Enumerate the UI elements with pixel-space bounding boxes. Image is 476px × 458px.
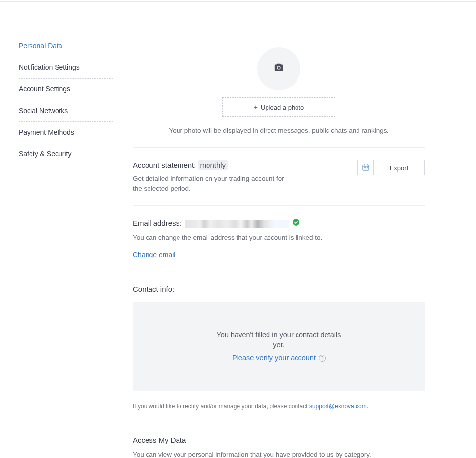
rectify-note-period: . bbox=[367, 403, 368, 410]
photo-section: + Upload a photo Your photo will be disp… bbox=[133, 35, 425, 147]
top-bar bbox=[0, 1, 476, 26]
contact-heading: Contact info: bbox=[133, 284, 425, 295]
help-icon: ? bbox=[319, 355, 326, 362]
verify-account-link-label: Please verify your account bbox=[232, 353, 316, 364]
sidebar-item-label: Payment Methods bbox=[19, 128, 74, 136]
rectify-note: If you would like to rectify and/or mana… bbox=[133, 402, 425, 411]
main-content: + Upload a photo Your photo will be disp… bbox=[113, 35, 476, 458]
sidebar-item-account-settings[interactable]: Account Settings bbox=[19, 79, 113, 100]
verified-icon bbox=[293, 218, 299, 229]
verify-account-link[interactable]: Please verify your account ? bbox=[232, 353, 326, 364]
camera-icon bbox=[273, 62, 284, 75]
statement-heading: Account statement: monthly bbox=[133, 160, 295, 171]
svg-point-11 bbox=[367, 169, 367, 169]
avatar-placeholder bbox=[257, 47, 300, 90]
email-heading: Email address: bbox=[133, 218, 425, 229]
upload-photo-label: Upload a photo bbox=[261, 104, 304, 111]
contact-empty-box: You haven't filled in your contact detai… bbox=[133, 302, 425, 391]
account-statement-section: Account statement: monthly Get detailed … bbox=[133, 147, 425, 205]
sidebar-item-payment-methods[interactable]: Payment Methods bbox=[19, 122, 113, 143]
access-heading: Access My Data bbox=[133, 435, 425, 446]
photo-note: Your photo will be displayed in direct m… bbox=[133, 126, 425, 136]
support-email-link[interactable]: support@exnova.com bbox=[309, 403, 367, 410]
email-heading-label: Email address: bbox=[133, 218, 181, 229]
svg-point-7 bbox=[365, 167, 366, 168]
upload-photo-button[interactable]: + Upload a photo bbox=[222, 97, 335, 117]
svg-point-12 bbox=[293, 219, 299, 226]
change-email-link[interactable]: Change email bbox=[133, 250, 175, 260]
svg-point-10 bbox=[365, 169, 366, 169]
sidebar-item-label: Personal Data bbox=[19, 42, 62, 50]
sidebar-item-personal-data[interactable]: Personal Data bbox=[19, 35, 113, 57]
plus-icon: + bbox=[254, 103, 258, 111]
export-group: Export bbox=[357, 160, 425, 175]
email-section: Email address: You can change the email … bbox=[133, 205, 425, 272]
calendar-button[interactable] bbox=[357, 160, 373, 175]
rectify-note-text: If you would like to rectify and/or mana… bbox=[133, 403, 309, 410]
svg-point-6 bbox=[364, 167, 364, 168]
sidebar-item-safety-security[interactable]: Safety & Security bbox=[19, 143, 113, 165]
svg-point-9 bbox=[364, 169, 364, 169]
export-button[interactable]: Export bbox=[373, 160, 425, 175]
contact-empty-text: You haven't filled in your contact detai… bbox=[210, 330, 348, 351]
statement-subtext: Get detailed information on your trading… bbox=[133, 174, 295, 194]
email-value-redacted bbox=[185, 220, 289, 228]
sidebar-item-label: Account Settings bbox=[19, 85, 70, 93]
svg-point-1 bbox=[278, 67, 280, 69]
contact-section: Contact info: You haven't filled in your… bbox=[133, 272, 425, 423]
sidebar-item-label: Social Networks bbox=[19, 107, 68, 114]
svg-point-8 bbox=[367, 167, 367, 168]
sidebar-item-notification-settings[interactable]: Notification Settings bbox=[19, 57, 113, 79]
settings-sidebar: Personal Data Notification Settings Acco… bbox=[0, 35, 113, 458]
statement-period-value: monthly bbox=[198, 160, 228, 170]
access-data-section: Access My Data You can view your persona… bbox=[133, 423, 425, 458]
page-container: Personal Data Notification Settings Acco… bbox=[0, 26, 476, 458]
export-button-label: Export bbox=[390, 164, 409, 172]
access-subtext: You can view your personal information t… bbox=[133, 450, 425, 458]
statement-heading-label: Account statement: bbox=[133, 161, 196, 169]
email-subtext: You can change the email address that yo… bbox=[133, 233, 425, 243]
sidebar-item-social-networks[interactable]: Social Networks bbox=[19, 100, 113, 122]
calendar-icon bbox=[362, 164, 369, 172]
sidebar-item-label: Safety & Security bbox=[19, 150, 71, 158]
sidebar-item-label: Notification Settings bbox=[19, 63, 80, 71]
